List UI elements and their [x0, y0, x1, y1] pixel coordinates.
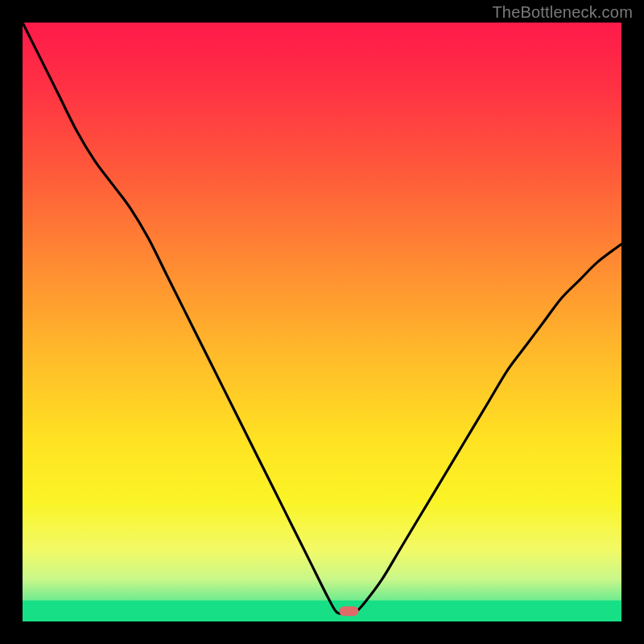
- plot-background: [23, 23, 621, 621]
- bottleneck-plot: [0, 0, 644, 644]
- watermark-text: TheBottleneck.com: [492, 3, 633, 22]
- chart-frame: TheBottleneck.com: [0, 0, 644, 644]
- optimum-marker: [339, 606, 358, 616]
- green-strip: [23, 601, 621, 621]
